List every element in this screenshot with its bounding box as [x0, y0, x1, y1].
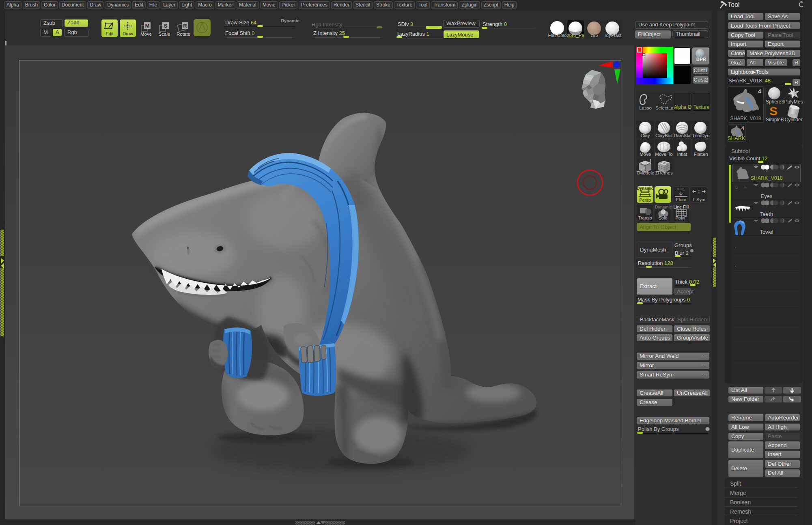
svg-text:M: M	[145, 23, 150, 29]
svg-text:Inflat: Inflat	[677, 152, 688, 157]
svg-text:TrimDyn: TrimDyn	[692, 133, 709, 138]
svg-text:ZModele: ZModele	[637, 170, 654, 175]
svg-text:ZRemes: ZRemes	[655, 170, 673, 175]
svg-text:R: R	[183, 23, 187, 29]
svg-text:DamSta: DamSta	[674, 133, 691, 138]
svg-text:ClayBuil: ClayBuil	[655, 133, 672, 138]
svg-text:S: S	[769, 105, 778, 118]
svg-text:S: S	[164, 23, 168, 29]
svg-text:BPR: BPR	[696, 57, 706, 62]
svg-text:Flatten: Flatten	[694, 152, 708, 157]
svg-text:Clay: Clay	[640, 133, 650, 138]
svg-text:Move: Move	[640, 152, 651, 157]
svg-text:Move To: Move To	[655, 152, 672, 157]
